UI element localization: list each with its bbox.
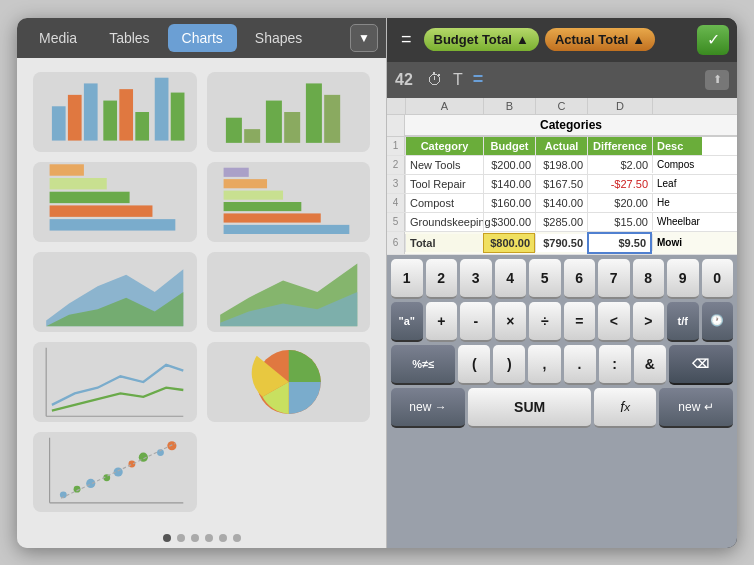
cell-3-d[interactable]: -$27.50	[587, 175, 652, 193]
key-divide[interactable]: ÷	[529, 302, 561, 342]
cell-4-a[interactable]: Compost	[405, 194, 483, 212]
cell-5-b[interactable]: $300.00	[483, 213, 535, 231]
dot-5[interactable]	[233, 534, 241, 542]
dot-0[interactable]	[163, 534, 171, 542]
key-sum[interactable]: SUM	[468, 388, 591, 428]
cell-3-b[interactable]: $140.00	[483, 175, 535, 193]
keyboard-row-symbols: %≠≤ ( ) , . : & ⌫	[391, 345, 733, 385]
stacked-bar-chart-2[interactable]	[207, 162, 371, 242]
pie-chart[interactable]	[207, 342, 371, 422]
stacked-bar-chart[interactable]	[33, 162, 197, 242]
key-dot[interactable]: .	[564, 345, 596, 385]
cell-2-d[interactable]: $2.00	[587, 156, 652, 174]
area-chart-2[interactable]	[207, 252, 371, 332]
cell-4-c[interactable]: $140.00	[535, 194, 587, 212]
cell-5-e[interactable]: Wheelbar	[652, 213, 702, 230]
top-bar: = Budget Total ▲ Actual Total ▲ ✓	[387, 18, 737, 62]
key-close-paren[interactable]: )	[493, 345, 525, 385]
cell-1-a[interactable]: Category	[405, 137, 483, 155]
key-9[interactable]: 9	[667, 259, 699, 299]
expand-button[interactable]: ⬆	[705, 70, 729, 90]
dot-3[interactable]	[205, 534, 213, 542]
cell-6-b[interactable]: $800.00	[483, 233, 535, 253]
dropdown-button[interactable]: ▼	[350, 24, 378, 52]
cell-1-d[interactable]: Difference	[587, 137, 652, 155]
cell-6-e[interactable]: Mowi	[652, 234, 702, 251]
budget-label: Budget Total	[434, 32, 512, 47]
tab-media[interactable]: Media	[25, 24, 91, 52]
key-multiply[interactable]: ×	[495, 302, 527, 342]
key-3[interactable]: 3	[460, 259, 492, 299]
svg-rect-20	[223, 213, 320, 222]
key-less[interactable]: <	[598, 302, 630, 342]
cell-2-c[interactable]: $198.00	[535, 156, 587, 174]
key-comma[interactable]: ,	[528, 345, 560, 385]
cell-5-c[interactable]: $285.00	[535, 213, 587, 231]
area-chart[interactable]	[33, 252, 197, 332]
key-7[interactable]: 7	[598, 259, 630, 299]
budget-total-button[interactable]: Budget Total ▲	[424, 28, 539, 51]
cell-1-e[interactable]: Desc	[652, 137, 702, 155]
key-6[interactable]: 6	[564, 259, 596, 299]
cell-6-c[interactable]: $790.50	[535, 234, 587, 252]
dot-1[interactable]	[177, 534, 185, 542]
tab-shapes[interactable]: Shapes	[241, 24, 316, 52]
key-quote-a[interactable]: "a"	[391, 302, 423, 342]
check-button[interactable]: ✓	[697, 25, 729, 55]
cell-4-e[interactable]: He	[652, 194, 702, 211]
tab-bar: Media Tables Charts Shapes ▼	[17, 18, 386, 58]
tab-charts[interactable]: Charts	[168, 24, 237, 52]
key-greater[interactable]: >	[633, 302, 665, 342]
key-0[interactable]: 0	[702, 259, 734, 299]
key-minus[interactable]: -	[460, 302, 492, 342]
dot-2[interactable]	[191, 534, 199, 542]
key-5[interactable]: 5	[529, 259, 561, 299]
key-new-tab[interactable]: new →	[391, 388, 465, 428]
tab-tables[interactable]: Tables	[95, 24, 163, 52]
key-new-return[interactable]: new ↵	[659, 388, 733, 428]
key-ampersand[interactable]: &	[634, 345, 666, 385]
key-fx[interactable]: fx	[594, 388, 656, 428]
cell-3-a[interactable]: Tool Repair	[405, 175, 483, 193]
table-row-3: 3 Tool Repair $140.00 $167.50 -$27.50 Le…	[387, 175, 737, 194]
key-1[interactable]: 1	[391, 259, 423, 299]
dot-4[interactable]	[219, 534, 227, 542]
cell-2-b[interactable]: $200.00	[483, 156, 535, 174]
grouped-bar-chart[interactable]	[33, 72, 197, 152]
cell-2-e[interactable]: Compos	[652, 156, 702, 173]
cell-1-b[interactable]: Budget	[483, 137, 535, 155]
cell-4-b[interactable]: $160.00	[483, 194, 535, 212]
scatter-chart[interactable]	[33, 432, 197, 512]
key-clock[interactable]: 🕐	[702, 302, 734, 342]
cell-3-c[interactable]: $167.50	[535, 175, 587, 193]
key-percent[interactable]: %≠≤	[391, 345, 455, 385]
cell-5-d[interactable]: $15.00	[587, 213, 652, 231]
row-num-3: 3	[387, 175, 405, 193]
cell-5-a[interactable]: Groundskeeping	[405, 213, 483, 231]
svg-rect-4	[119, 89, 133, 140]
key-colon[interactable]: :	[599, 345, 631, 385]
charts-grid	[17, 58, 386, 526]
col-header-c: C	[535, 98, 587, 114]
grouped-bar-chart-2[interactable]	[207, 72, 371, 152]
cell-1-c[interactable]: Actual	[535, 137, 587, 155]
cell-3-e[interactable]: Leaf	[652, 175, 702, 192]
col-header-e	[652, 98, 702, 114]
cell-6-a[interactable]: Total	[405, 234, 483, 252]
key-plus[interactable]: +	[426, 302, 458, 342]
key-equals[interactable]: =	[564, 302, 596, 342]
key-4[interactable]: 4	[495, 259, 527, 299]
cell-2-a[interactable]: New Tools	[405, 156, 483, 174]
key-backspace[interactable]: ⌫	[669, 345, 733, 385]
cell-4-d[interactable]: $20.00	[587, 194, 652, 212]
cell-6-d[interactable]: $9.50	[587, 232, 652, 254]
line-chart[interactable]	[33, 342, 197, 422]
key-2[interactable]: 2	[426, 259, 458, 299]
menu-icon[interactable]: =	[395, 27, 418, 52]
key-tf[interactable]: t/f	[667, 302, 699, 342]
table-row-4: 4 Compost $160.00 $140.00 $20.00 He	[387, 194, 737, 213]
key-open-paren[interactable]: (	[458, 345, 490, 385]
actual-total-button[interactable]: Actual Total ▲	[545, 28, 655, 51]
key-8[interactable]: 8	[633, 259, 665, 299]
table-row-2: 2 New Tools $200.00 $198.00 $2.00 Compos	[387, 156, 737, 175]
